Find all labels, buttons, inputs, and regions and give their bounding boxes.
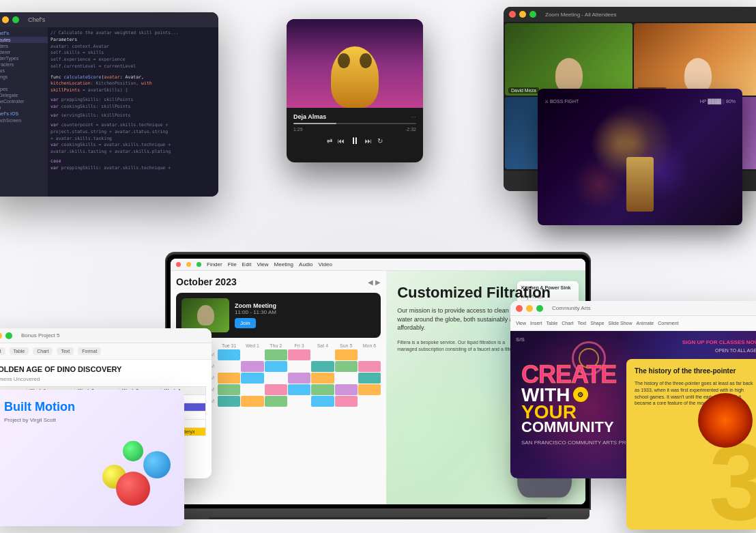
music-progress-bar[interactable] <box>293 123 416 124</box>
sidebar-item[interactable]: Renderer <box>0 49 48 55</box>
calendar-event[interactable] <box>358 361 381 372</box>
fullscreen-button[interactable] <box>12 16 19 23</box>
calendar-event[interactable] <box>311 361 334 372</box>
sidebar-item[interactable]: ▾ Chef's <box>0 30 48 37</box>
minimize-button[interactable] <box>186 262 191 267</box>
close-button[interactable] <box>516 305 523 312</box>
sidebar-item[interactable]: ShaderTypes <box>0 55 48 61</box>
table-button[interactable]: Table <box>10 347 29 355</box>
calendar-event[interactable] <box>358 373 381 384</box>
calendar-event[interactable] <box>218 373 240 384</box>
toolbar-table[interactable]: Table <box>547 321 558 326</box>
toolbar-shape[interactable]: Shape <box>590 321 604 326</box>
sidebar-item[interactable]: Main <box>0 104 48 111</box>
calendar-event[interactable] <box>288 373 310 384</box>
toolbar-chart[interactable]: Chart <box>562 321 573 326</box>
calendar-event[interactable] <box>288 349 310 360</box>
toolbar-insert[interactable]: Insert <box>530 321 542 326</box>
menu-view[interactable]: View <box>257 261 268 268</box>
toolbar-text[interactable]: Text <box>577 321 586 326</box>
calendar-event[interactable] <box>265 396 287 407</box>
participant-avatar <box>555 58 583 92</box>
menu-edit[interactable]: Edit <box>242 261 252 268</box>
calendar-event[interactable] <box>218 396 240 407</box>
track-info: Deja Almas ⋯ <box>293 113 416 120</box>
calendar-event[interactable] <box>241 396 263 407</box>
sidebar-item[interactable]: Settings <box>0 74 48 80</box>
close-button[interactable] <box>509 11 516 18</box>
calendar-event[interactable] <box>311 384 334 395</box>
repeat-button[interactable]: ↻ <box>377 137 383 145</box>
sidebar-item[interactable]: Map <box>0 80 48 86</box>
sidebar-item[interactable]: AppDelegate <box>0 92 48 98</box>
calendar-event[interactable] <box>335 361 358 372</box>
close-button[interactable] <box>176 262 181 267</box>
fullscreen-button[interactable] <box>197 262 201 267</box>
menu-audio[interactable]: Audio <box>299 261 312 268</box>
keynote-toolbar: View Insert Table Chart Text Shape Slide… <box>510 316 756 331</box>
menu-video[interactable]: Video <box>319 261 332 268</box>
sidebar-item[interactable]: Shaders <box>0 43 48 49</box>
play-pause-button[interactable]: ⏸ <box>350 135 360 146</box>
calendar-event[interactable] <box>218 349 240 360</box>
minimize-button[interactable] <box>0 332 2 339</box>
minimize-button[interactable] <box>519 11 526 18</box>
magazine-decoration <box>698 393 753 448</box>
insert-button[interactable]: Insert <box>0 347 5 355</box>
calendar-event[interactable] <box>335 349 358 360</box>
calendar-event <box>218 361 240 372</box>
calendar-event[interactable] <box>241 373 263 384</box>
fullscreen-button[interactable] <box>5 332 12 339</box>
calendar-event[interactable] <box>218 384 240 395</box>
menu-meeting[interactable]: Meeting <box>274 261 293 268</box>
chart-button[interactable]: Chart <box>33 347 53 355</box>
sidebar-item[interactable]: Characters <box>0 61 48 68</box>
calendar-event[interactable] <box>335 384 358 395</box>
toolbar-animate[interactable]: Animate <box>637 321 654 326</box>
fullscreen-button[interactable] <box>536 305 543 312</box>
keynote-title: Community Arts <box>552 305 590 311</box>
toolbar-comment[interactable]: Comment <box>658 321 678 326</box>
sidebar-item[interactable]: Menus <box>0 68 48 74</box>
calendar-nav[interactable]: ◀ ▶ <box>368 278 381 286</box>
time-total: -2:32 <box>405 127 416 132</box>
magazine-content: 3 The history of the three-pointer The h… <box>626 359 756 530</box>
calendar-event[interactable] <box>311 396 334 407</box>
calendar-event[interactable] <box>358 384 381 395</box>
xcode-body: ▾ Chef's Attributes Shaders Renderer Sha… <box>0 27 218 197</box>
menu-file[interactable]: File <box>228 261 237 268</box>
sidebar-item[interactable]: Attributes <box>0 37 48 43</box>
sidebar-item[interactable]: Recipes <box>0 86 48 92</box>
calendar-event[interactable] <box>335 396 358 407</box>
text-button[interactable]: Text <box>57 347 74 355</box>
toolbar-slideshow[interactable]: Slide Show <box>609 321 633 326</box>
toy-ball-red <box>116 472 150 506</box>
minimize-button[interactable] <box>526 305 533 312</box>
calendar-event[interactable] <box>265 349 287 360</box>
fullscreen-button[interactable] <box>529 11 536 18</box>
prev-button[interactable]: ⏮ <box>338 137 345 145</box>
calendar-event[interactable] <box>288 384 310 395</box>
calendar-event[interactable] <box>311 373 334 384</box>
magazine-window: 3 The history of the three-pointer The h… <box>626 359 756 530</box>
next-button[interactable]: ⏭ <box>365 137 372 145</box>
shuffle-button[interactable]: ⇄ <box>327 137 332 145</box>
calendar-event[interactable] <box>265 384 287 395</box>
xcode-editor[interactable]: // Calculate the avatar weighted skill p… <box>48 27 218 197</box>
sidebar-item[interactable]: GameController <box>0 98 48 104</box>
format-button[interactable]: Format <box>78 347 101 355</box>
toolbar-view[interactable]: View <box>516 321 526 326</box>
motion-subtitle: Project by Virgil Scott <box>4 417 173 423</box>
join-meeting-button[interactable]: Join <box>235 318 256 328</box>
meeting-video-preview <box>181 298 229 332</box>
menu-finder[interactable]: Finder <box>207 261 222 268</box>
laptop-base <box>166 508 590 519</box>
minimize-button[interactable] <box>2 16 9 23</box>
sidebar-item[interactable]: LaunchScreen <box>0 117 48 124</box>
calendar-month: October 2023 <box>176 276 237 287</box>
calendar-event <box>288 361 310 372</box>
time-current: 1:29 <box>293 127 303 132</box>
calendar-event[interactable] <box>265 361 287 372</box>
sidebar-item[interactable]: ▾ Chef's iOS <box>0 111 48 117</box>
calendar-event[interactable] <box>241 361 263 372</box>
